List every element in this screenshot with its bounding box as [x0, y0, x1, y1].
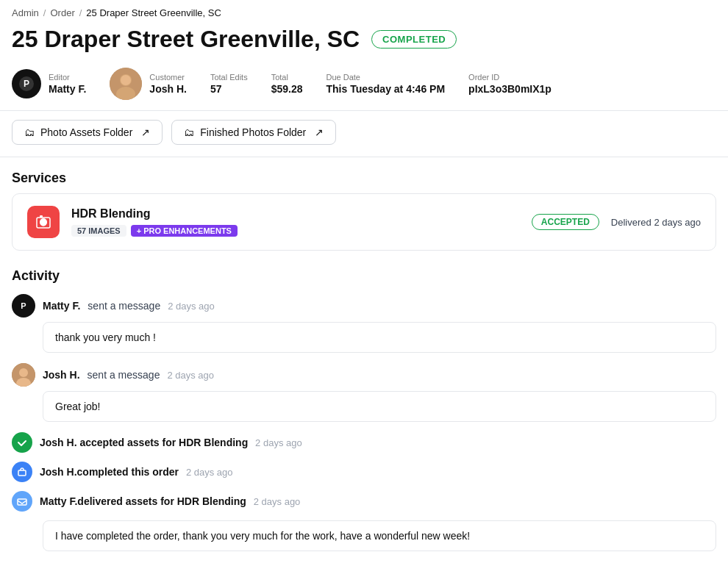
customer-avatar [110, 68, 142, 100]
activity-action-matty: sent a message [88, 300, 160, 312]
status-badge: COMPLETED [371, 30, 457, 49]
editor-info: Editor Matty F. [49, 73, 86, 95]
svg-point-12 [19, 368, 28, 377]
breadcrumb-current: 25 Draper Street Greenville, SC [86, 7, 221, 18]
activity-time-josh: 2 days ago [167, 370, 214, 381]
editor-label: Editor [49, 73, 86, 82]
breadcrumb-sep-1: / [43, 7, 46, 18]
activity-event-delivered: Matty F.delivered assets for HDR Blendin… [12, 491, 716, 512]
activity-avatar-matty: P [12, 294, 35, 318]
customer-block: Customer Josh H. [110, 68, 187, 100]
photo-assets-folder-button[interactable]: 🗂 Photo Assets Folder ↗ [12, 120, 163, 145]
activity-action-josh: sent a message [88, 369, 160, 381]
activity-item-delivered: Matty F.delivered assets for HDR Blendin… [12, 491, 716, 551]
services-title: Services [0, 157, 728, 193]
breadcrumb-order[interactable]: Order [50, 7, 74, 18]
services-section: Services HDR Blending 57 IMAGES + PRO EN… [0, 157, 728, 251]
folder-row: 🗂 Photo Assets Folder ↗ 🗂 Finished Photo… [0, 111, 728, 157]
due-date-label: Due Date [326, 73, 446, 82]
svg-rect-9 [40, 215, 43, 218]
customer-info: Customer Josh H. [149, 73, 187, 95]
breadcrumb: Admin / Order / 25 Draper Street Greenvi… [0, 0, 728, 23]
activity-time-matty: 2 days ago [168, 301, 215, 312]
activity-item-josh-message: Josh H. sent a message 2 days ago Great … [12, 363, 716, 422]
total-edits-label: Total Edits [210, 73, 248, 82]
service-icon [27, 206, 60, 238]
activity-header-matty: P Matty F. sent a message 2 days ago [12, 294, 716, 318]
folder-icon-2: 🗂 [184, 126, 194, 138]
activity-message-josh: Great job! [43, 391, 716, 422]
activity-sender-matty: Matty F. [43, 300, 80, 312]
activity-message-delivered: I have completed the order, thank you ve… [43, 520, 716, 551]
total-edits-block: Total Edits 57 [210, 73, 248, 95]
folder-icon-1: 🗂 [24, 126, 35, 138]
event-text-delivered: Matty F.delivered assets for HDR Blendin… [40, 495, 300, 507]
service-delivery: Delivered 2 days ago [611, 217, 701, 228]
external-link-icon-2: ↗ [315, 126, 324, 138]
order-id-block: Order ID pIxL3o3B0mIX1p [468, 73, 552, 95]
completed-icon [12, 462, 32, 482]
activity-sender-josh: Josh H. [43, 369, 80, 381]
order-id-value: pIxL3o3B0mIX1p [468, 83, 552, 95]
editor-avatar: P [12, 69, 41, 98]
due-date-block: Due Date This Tuesday at 4:46 PM [326, 73, 446, 95]
tag-images: 57 IMAGES [71, 225, 126, 237]
breadcrumb-admin[interactable]: Admin [12, 7, 39, 18]
editor-block: P Editor Matty F. [12, 69, 86, 98]
activity-item-matty-message: P Matty F. sent a message 2 days ago tha… [12, 294, 716, 353]
total-block: Total $59.28 [271, 73, 303, 95]
meta-row: P Editor Matty F. Customer Josh H. Total… [0, 62, 728, 111]
page-title: 25 Draper Street Greenville, SC [12, 26, 360, 53]
activity-event-accepted: Josh H. accepted assets for HDR Blending… [12, 432, 716, 453]
finished-photos-label: Finished Photos Folder [200, 126, 306, 138]
activity-avatar-josh [12, 363, 35, 387]
delivered-icon [12, 491, 32, 512]
service-tags: 57 IMAGES + PRO ENHANCEMENTS [71, 225, 520, 237]
activity-title: Activity [12, 262, 716, 294]
breadcrumb-sep-2: / [79, 7, 82, 18]
event-text-completed: Josh H.completed this order 2 days ago [40, 466, 233, 478]
activity-section: Activity P Matty F. sent a message 2 day… [0, 262, 728, 551]
editor-name: Matty F. [49, 83, 86, 95]
activity-message-matty: thank you very much ! [43, 322, 716, 353]
svg-point-5 [121, 75, 131, 85]
event-text-accepted: Josh H. accepted assets for HDR Blending… [40, 437, 302, 448]
accepted-icon [12, 432, 32, 453]
total-value: $59.28 [271, 83, 303, 95]
total-label: Total [271, 73, 303, 82]
svg-text:P: P [24, 79, 29, 89]
svg-text:P: P [21, 301, 26, 310]
service-card: HDR Blending 57 IMAGES + PRO ENHANCEMENT… [12, 193, 716, 251]
external-link-icon-1: ↗ [141, 126, 150, 138]
svg-rect-14 [18, 470, 26, 476]
total-edits-value: 57 [210, 83, 248, 95]
service-name: HDR Blending [71, 207, 520, 220]
finished-photos-folder-button[interactable]: 🗂 Finished Photos Folder ↗ [171, 120, 336, 145]
customer-name: Josh H. [149, 83, 187, 95]
activity-header-josh: Josh H. sent a message 2 days ago [12, 363, 716, 387]
page-header: 25 Draper Street Greenville, SC COMPLETE… [0, 23, 728, 62]
tag-pro: + PRO ENHANCEMENTS [131, 225, 238, 237]
service-info: HDR Blending 57 IMAGES + PRO ENHANCEMENT… [71, 207, 520, 237]
service-status-badge: ACCEPTED [532, 214, 599, 230]
order-id-label: Order ID [468, 73, 552, 82]
photo-assets-label: Photo Assets Folder [40, 126, 132, 138]
activity-event-completed: Josh H.completed this order 2 days ago [12, 462, 716, 482]
due-date-value: This Tuesday at 4:46 PM [326, 83, 446, 95]
customer-label: Customer [149, 73, 187, 82]
